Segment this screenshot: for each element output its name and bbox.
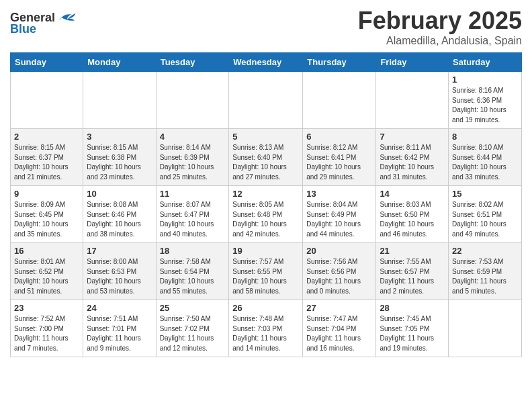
table-row: 25Sunrise: 7:50 AM Sunset: 7:02 PM Dayli…	[156, 300, 229, 357]
day-number: 18	[160, 246, 226, 256]
day-info: Sunrise: 7:52 AM Sunset: 7:00 PM Dayligh…	[14, 314, 79, 353]
day-number: 21	[380, 246, 445, 256]
day-number: 2	[14, 132, 79, 142]
calendar-header-row: Sunday Monday Tuesday Wednesday Thursday…	[11, 53, 522, 72]
col-saturday: Saturday	[449, 53, 522, 72]
day-number: 3	[87, 132, 152, 142]
day-info: Sunrise: 8:10 AM Sunset: 6:44 PM Dayligh…	[452, 143, 518, 182]
col-friday: Friday	[376, 53, 449, 72]
day-info: Sunrise: 8:09 AM Sunset: 6:45 PM Dayligh…	[14, 200, 79, 239]
calendar-table: Sunday Monday Tuesday Wednesday Thursday…	[10, 52, 522, 357]
day-number: 15	[452, 189, 518, 199]
day-info: Sunrise: 8:05 AM Sunset: 6:48 PM Dayligh…	[232, 200, 299, 239]
table-row	[229, 72, 303, 129]
calendar-week-row: 1Sunrise: 8:16 AM Sunset: 6:36 PM Daylig…	[11, 72, 522, 129]
day-number: 10	[87, 189, 152, 199]
day-info: Sunrise: 8:12 AM Sunset: 6:41 PM Dayligh…	[306, 143, 372, 182]
day-info: Sunrise: 8:07 AM Sunset: 6:47 PM Dayligh…	[160, 200, 226, 239]
month-title: February 2025	[358, 7, 522, 35]
table-row: 24Sunrise: 7:51 AM Sunset: 7:01 PM Dayli…	[83, 300, 156, 357]
col-monday: Monday	[83, 53, 156, 72]
day-info: Sunrise: 8:11 AM Sunset: 6:42 PM Dayligh…	[380, 143, 445, 182]
table-row: 21Sunrise: 7:55 AM Sunset: 6:57 PM Dayli…	[376, 243, 449, 300]
day-number: 1	[452, 75, 518, 85]
day-info: Sunrise: 8:01 AM Sunset: 6:52 PM Dayligh…	[14, 257, 79, 296]
day-info: Sunrise: 8:16 AM Sunset: 6:36 PM Dayligh…	[452, 86, 518, 125]
table-row: 9Sunrise: 8:09 AM Sunset: 6:45 PM Daylig…	[11, 186, 83, 243]
table-row: 1Sunrise: 8:16 AM Sunset: 6:36 PM Daylig…	[449, 72, 522, 129]
day-number: 17	[87, 246, 152, 256]
calendar-week-row: 16Sunrise: 8:01 AM Sunset: 6:52 PM Dayli…	[11, 243, 522, 300]
table-row	[449, 300, 522, 357]
table-row: 10Sunrise: 8:08 AM Sunset: 6:46 PM Dayli…	[83, 186, 156, 243]
table-row: 23Sunrise: 7:52 AM Sunset: 7:00 PM Dayli…	[11, 300, 83, 357]
table-row: 2Sunrise: 8:15 AM Sunset: 6:37 PM Daylig…	[11, 129, 83, 186]
col-tuesday: Tuesday	[156, 53, 229, 72]
day-info: Sunrise: 8:00 AM Sunset: 6:53 PM Dayligh…	[87, 257, 152, 296]
table-row: 16Sunrise: 8:01 AM Sunset: 6:52 PM Dayli…	[11, 243, 83, 300]
day-info: Sunrise: 7:50 AM Sunset: 7:02 PM Dayligh…	[160, 314, 226, 353]
table-row	[376, 72, 449, 129]
day-info: Sunrise: 7:45 AM Sunset: 7:05 PM Dayligh…	[380, 314, 445, 353]
day-number: 27	[306, 303, 372, 313]
table-row	[156, 72, 229, 129]
day-info: Sunrise: 8:08 AM Sunset: 6:46 PM Dayligh…	[87, 200, 152, 239]
day-info: Sunrise: 7:58 AM Sunset: 6:54 PM Dayligh…	[160, 257, 226, 296]
day-number: 20	[306, 246, 372, 256]
table-row: 7Sunrise: 8:11 AM Sunset: 6:42 PM Daylig…	[376, 129, 449, 186]
day-number: 7	[380, 132, 445, 142]
table-row: 8Sunrise: 8:10 AM Sunset: 6:44 PM Daylig…	[449, 129, 522, 186]
logo-bird-icon	[56, 10, 77, 25]
table-row: 6Sunrise: 8:12 AM Sunset: 6:41 PM Daylig…	[303, 129, 376, 186]
logo-blue-text: Blue	[10, 22, 36, 36]
day-number: 22	[452, 246, 518, 256]
table-row: 12Sunrise: 8:05 AM Sunset: 6:48 PM Dayli…	[229, 186, 303, 243]
table-row: 19Sunrise: 7:57 AM Sunset: 6:55 PM Dayli…	[229, 243, 303, 300]
day-info: Sunrise: 7:56 AM Sunset: 6:56 PM Dayligh…	[306, 257, 372, 296]
day-info: Sunrise: 8:04 AM Sunset: 6:49 PM Dayligh…	[306, 200, 372, 239]
day-number: 14	[380, 189, 445, 199]
calendar-week-row: 2Sunrise: 8:15 AM Sunset: 6:37 PM Daylig…	[11, 129, 522, 186]
day-number: 9	[14, 189, 79, 199]
table-row: 4Sunrise: 8:14 AM Sunset: 6:39 PM Daylig…	[156, 129, 229, 186]
day-number: 25	[160, 303, 226, 313]
day-info: Sunrise: 8:15 AM Sunset: 6:37 PM Dayligh…	[14, 143, 79, 182]
day-info: Sunrise: 7:47 AM Sunset: 7:04 PM Dayligh…	[306, 314, 372, 353]
day-number: 4	[160, 132, 226, 142]
header: General Blue February 2025 Alamedilla, A…	[10, 7, 522, 47]
table-row: 13Sunrise: 8:04 AM Sunset: 6:49 PM Dayli…	[303, 186, 376, 243]
col-wednesday: Wednesday	[229, 53, 303, 72]
day-info: Sunrise: 8:02 AM Sunset: 6:51 PM Dayligh…	[452, 200, 518, 239]
day-number: 19	[232, 246, 299, 256]
page-container: General Blue February 2025 Alamedilla, A…	[0, 0, 532, 364]
table-row: 28Sunrise: 7:45 AM Sunset: 7:05 PM Dayli…	[376, 300, 449, 357]
logo: General Blue	[10, 10, 77, 36]
calendar-week-row: 9Sunrise: 8:09 AM Sunset: 6:45 PM Daylig…	[11, 186, 522, 243]
title-block: February 2025 Alamedilla, Andalusia, Spa…	[358, 7, 522, 47]
col-sunday: Sunday	[11, 53, 83, 72]
day-number: 24	[87, 303, 152, 313]
day-number: 12	[232, 189, 299, 199]
calendar-week-row: 23Sunrise: 7:52 AM Sunset: 7:00 PM Dayli…	[11, 300, 522, 357]
day-info: Sunrise: 7:57 AM Sunset: 6:55 PM Dayligh…	[232, 257, 299, 296]
table-row: 22Sunrise: 7:53 AM Sunset: 6:59 PM Dayli…	[449, 243, 522, 300]
day-number: 26	[232, 303, 299, 313]
day-number: 28	[380, 303, 445, 313]
day-info: Sunrise: 7:48 AM Sunset: 7:03 PM Dayligh…	[232, 314, 299, 353]
table-row	[303, 72, 376, 129]
table-row: 15Sunrise: 8:02 AM Sunset: 6:51 PM Dayli…	[449, 186, 522, 243]
table-row: 26Sunrise: 7:48 AM Sunset: 7:03 PM Dayli…	[229, 300, 303, 357]
day-number: 23	[14, 303, 79, 313]
day-info: Sunrise: 7:51 AM Sunset: 7:01 PM Dayligh…	[87, 314, 152, 353]
table-row: 27Sunrise: 7:47 AM Sunset: 7:04 PM Dayli…	[303, 300, 376, 357]
day-number: 16	[14, 246, 79, 256]
day-number: 6	[306, 132, 372, 142]
day-number: 11	[160, 189, 226, 199]
day-info: Sunrise: 8:15 AM Sunset: 6:38 PM Dayligh…	[87, 143, 152, 182]
table-row: 5Sunrise: 8:13 AM Sunset: 6:40 PM Daylig…	[229, 129, 303, 186]
table-row: 17Sunrise: 8:00 AM Sunset: 6:53 PM Dayli…	[83, 243, 156, 300]
day-info: Sunrise: 8:13 AM Sunset: 6:40 PM Dayligh…	[232, 143, 299, 182]
day-number: 13	[306, 189, 372, 199]
day-info: Sunrise: 8:14 AM Sunset: 6:39 PM Dayligh…	[160, 143, 226, 182]
col-thursday: Thursday	[303, 53, 376, 72]
